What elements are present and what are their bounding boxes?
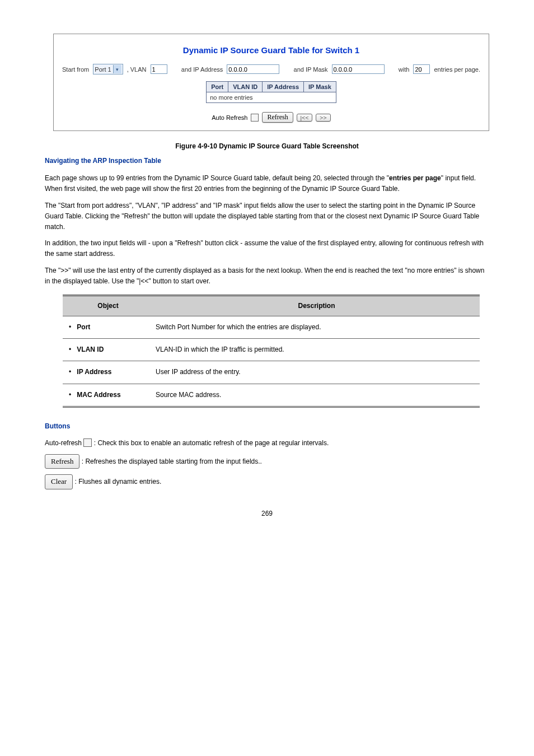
- vlan-label: , VLAN: [127, 66, 147, 73]
- clear-button-inline: Clear: [45, 474, 73, 489]
- start-from-label: Start from: [62, 66, 89, 73]
- clear-line: Clear : Flushes all dynamic entries.: [45, 474, 489, 489]
- table-empty-row: no more entries: [207, 92, 336, 103]
- table-row: • MAC Address Source MAC address.: [63, 384, 480, 407]
- obj-desc: Source MAC address.: [153, 384, 480, 407]
- th-port: Port: [207, 82, 228, 92]
- obj-desc: Switch Port Number for which the entries…: [153, 316, 480, 339]
- filter-row: Start from Port 1 ▾ , VLAN and IP Addres…: [58, 64, 484, 80]
- nav-heading: Navigating the ARP Inspection Table: [45, 157, 161, 165]
- auto-refresh-line: Auto-refresh : Check this box to enable …: [45, 437, 489, 449]
- th-mask: IP Mask: [304, 82, 336, 92]
- first-page-button[interactable]: |<<: [297, 114, 313, 122]
- ip-source-guard-table: Port VLAN ID IP Address IP Mask no more …: [206, 81, 336, 103]
- next-page-button[interactable]: >>: [316, 114, 330, 122]
- table-row: • VLAN ID VLAN-ID in which the IP traffi…: [63, 339, 480, 361]
- auto-refresh-checkbox[interactable]: [251, 114, 259, 122]
- definitions-table: Object Description • Port Switch Port Nu…: [63, 295, 480, 408]
- auto-refresh-text-prefix: Auto-refresh: [45, 439, 83, 447]
- body-text: Navigating the ARP Inspection Table Each…: [45, 156, 489, 489]
- ip-address-input[interactable]: [227, 64, 279, 74]
- obj-label: MAC Address: [77, 391, 120, 399]
- page-number: 269: [0, 510, 534, 529]
- entries-bold: entries per page: [389, 174, 441, 182]
- refresh-line: Refresh : Refreshes the displayed table …: [45, 454, 489, 469]
- entries-input[interactable]: [413, 64, 430, 74]
- ip-address-label: and IP Address: [181, 66, 223, 73]
- table-header-row: Port VLAN ID IP Address IP Mask: [207, 82, 336, 92]
- def-th-description: Description: [153, 295, 480, 316]
- refresh-button[interactable]: Refresh: [262, 112, 293, 123]
- figure-caption: Figure 4-9-10 Dynamic IP Source Guard Ta…: [0, 142, 534, 150]
- figure-title: Dynamic IP Source Guard Table for Switch…: [58, 45, 484, 55]
- refresh-button-inline: Refresh: [45, 454, 79, 469]
- figure-panel: Dynamic IP Source Guard Table for Switch…: [53, 34, 489, 131]
- with-label: with: [399, 66, 410, 73]
- ip-mask-label: and IP Mask: [294, 66, 328, 73]
- table-row: • IP Address User IP address of the entr…: [63, 361, 480, 384]
- obj-label: VLAN ID: [77, 346, 104, 353]
- auto-refresh-text: : Check this box to enable an automatic …: [94, 439, 329, 447]
- auto-refresh-label: Auto Refresh: [212, 114, 247, 121]
- clear-desc: : Flushes all dynamic entries.: [75, 478, 162, 486]
- chevron-down-icon: ▾: [113, 65, 121, 73]
- th-vlan: VLAN ID: [228, 82, 263, 92]
- table-row: • Port Switch Port Number for which the …: [63, 316, 480, 339]
- obj-label: Port: [77, 323, 90, 331]
- obj-label: IP Address: [77, 368, 111, 376]
- vlan-input[interactable]: [151, 64, 167, 74]
- buttons-heading: Buttons: [45, 421, 489, 432]
- no-entries-text: no more entries: [207, 92, 336, 103]
- port-select[interactable]: Port 1 ▾: [93, 64, 123, 74]
- port-select-value: Port 1: [95, 66, 111, 73]
- obj-desc: User IP address of the entry.: [153, 361, 480, 384]
- entries-suffix-label: entries per page.: [434, 66, 480, 73]
- def-th-object: Object: [63, 295, 153, 316]
- ip-mask-input[interactable]: [332, 64, 385, 74]
- nav-paragraph-4: The ">>" will use the last entry of the …: [45, 265, 489, 287]
- nav-paragraph-2: The "Start from port address", "VLAN", "…: [45, 200, 489, 233]
- th-ip: IP Address: [263, 82, 304, 92]
- controls-row: Auto Refresh Refresh |<< >>: [212, 112, 331, 123]
- nav-paragraph-3: In addition, the two input fields will -…: [45, 238, 489, 259]
- checkbox-icon: [83, 438, 92, 447]
- refresh-desc: : Refreshes the displayed table starting…: [82, 458, 262, 465]
- obj-desc: VLAN-ID in which the IP traffic is permi…: [153, 339, 480, 361]
- nav-p1a: Each page shows up to 99 entries from th…: [45, 174, 389, 182]
- nav-paragraph-1: Each page shows up to 99 entries from th…: [45, 173, 489, 194]
